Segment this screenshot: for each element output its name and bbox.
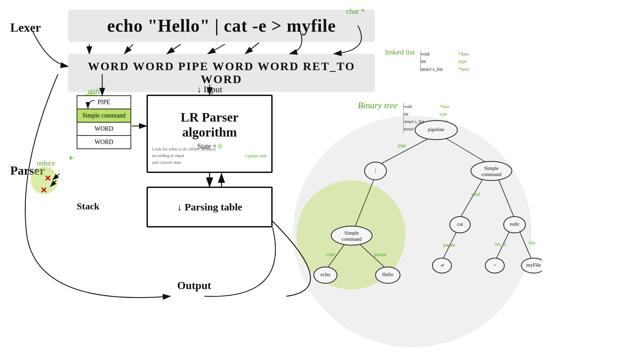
svg-text:|: | — [375, 168, 376, 173]
node-simple-command-left: Simple command — [331, 226, 372, 245]
edge-label-file: -file — [527, 240, 535, 246]
x-mark-2: ✕ — [40, 186, 47, 195]
binary-tree-svg: pipe cmd cmd param param ret_to -file pi… — [293, 109, 542, 354]
stack-container: PIPE Simple command WORD WORD — [77, 95, 131, 148]
svg-text:Simple: Simple — [345, 230, 359, 236]
command-bar: echo "Hello" | cat -e > myfile char * — [68, 10, 375, 42]
lr-parser-box: LR Parseralgorithm State = 0 Look for wh… — [147, 95, 273, 173]
svg-text:command: command — [341, 236, 362, 242]
parsing-table-box: ↓ Parsing table — [147, 187, 273, 227]
stack-label: Stack — [77, 201, 100, 212]
edge-pipeline-simcmd — [440, 134, 489, 164]
svg-text:-e: -e — [440, 262, 444, 268]
input-label: ↓ Input — [197, 84, 222, 95]
node-hello: Hello — [376, 267, 400, 283]
lr-state-value: 0 — [218, 142, 222, 150]
edge-label-cmd2: cmd — [326, 252, 335, 257]
edge-label-cmd: cmd — [472, 192, 480, 197]
node-pipeline: pipeline — [415, 121, 457, 140]
lr-update: Update state — [245, 153, 267, 159]
node-gt: > — [485, 258, 504, 273]
node-minus-e: -e — [432, 258, 452, 273]
svg-text:Simple: Simple — [484, 165, 499, 171]
edge-redir-myfile — [520, 232, 532, 259]
edge-label-retto: ret_to — [495, 242, 506, 247]
edge-simcmd-cat — [460, 177, 484, 218]
node-simple-command-right: Simple command — [471, 161, 512, 180]
stack-item-word1: WORD — [77, 122, 131, 136]
parsing-table-title: ↓ Parsing table — [177, 201, 242, 213]
output-label: Output — [177, 279, 211, 292]
linked-list-divider — [420, 50, 421, 72]
char-star-label: char * — [346, 7, 365, 16]
node-myfile: myFile — [521, 258, 542, 273]
token-text: WORD WORD PIPE WORD WORD RET_TO WORD — [88, 60, 355, 85]
edge-label-pipe: pipe — [398, 143, 406, 148]
command-text: echo "Hello" | cat -e > myfile — [107, 16, 336, 35]
linked-list-struct-col1: void int struct s_list — [421, 50, 443, 73]
lexer-label: Lexer — [10, 20, 41, 35]
x-mark-1: ✕ — [44, 174, 51, 183]
stack-item-word2: WORD — [77, 135, 131, 149]
plus-mark: + — [68, 153, 74, 163]
edge-pipe-simcmd — [354, 177, 375, 228]
linked-list-struct-col2: *data type *next — [458, 50, 469, 73]
edge-simcmd-redir — [498, 177, 515, 219]
node-redir: redir — [504, 217, 525, 233]
lr-description: Look for what to do (Shift/ Reduce)accor… — [152, 146, 216, 166]
edge-label-param2: param — [443, 242, 455, 248]
node-pipe: | — [365, 162, 386, 180]
svg-text:pipeline: pipeline — [428, 127, 445, 132]
lr-title: LR Parseralgorithm — [148, 96, 271, 140]
svg-text:>: > — [493, 262, 496, 268]
linked-list-label: linked list — [385, 48, 415, 57]
svg-text:command: command — [481, 172, 502, 177]
node-cat: cat — [450, 217, 470, 233]
stack-item-simple-command: Simple command — [77, 109, 131, 123]
shift-label: shift — [88, 88, 100, 96]
edge-label-param: param — [374, 252, 386, 257]
reduce-label: reduce — [37, 159, 55, 167]
stack-item-pipe: PIPE — [77, 95, 131, 109]
node-echo: echo — [314, 267, 337, 283]
svg-text:myFile: myFile — [526, 262, 541, 268]
svg-text:echo: echo — [321, 272, 330, 277]
svg-text:Hello: Hello — [382, 272, 393, 277]
svg-text:cat: cat — [457, 221, 463, 227]
svg-text:redir: redir — [510, 221, 519, 227]
